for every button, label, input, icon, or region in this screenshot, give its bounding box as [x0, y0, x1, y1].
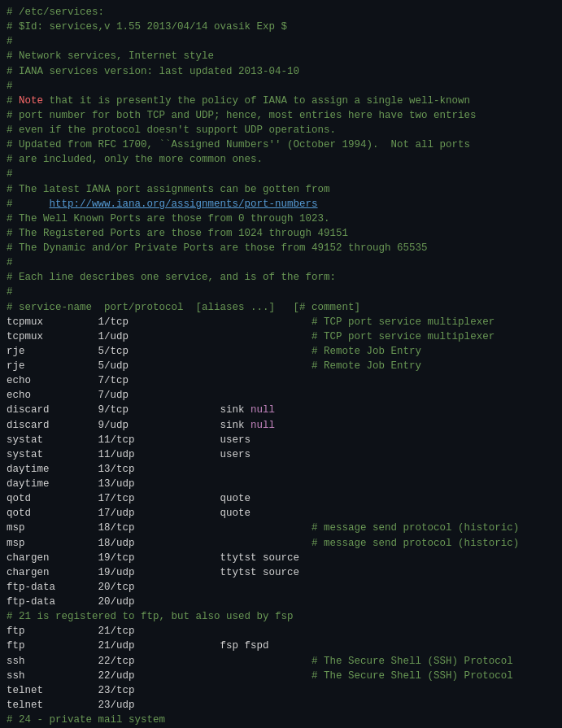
- svc-systat-tcp: systat 11/tcp users: [7, 433, 555, 447]
- svc-ftpdata-tcp: ftp-data 20/tcp: [7, 580, 555, 595]
- fsp-comment: # 21 is registered to ftp, but also used…: [7, 609, 555, 624]
- line-format: # service-name port/protocol [aliases ..…: [7, 300, 555, 315]
- svc-discard-tcp: discard 9/tcp sink null: [7, 403, 555, 417]
- line-18: #: [7, 285, 555, 299]
- svc-msp-udp: msp 18/udp # message send protocol (hist…: [7, 536, 555, 551]
- svc-telnet-tcp: telnet 23/tcp: [7, 683, 555, 698]
- line-7: # port number for both TCP and UDP; henc…: [7, 108, 555, 123]
- svc-tcpmux-udp: tcpmux 1/udp # TCP port service multiple…: [7, 329, 555, 344]
- line-6: #: [7, 79, 555, 94]
- svc-ftp-udp: ftp 21/udp fsp fspd: [7, 639, 555, 653]
- line-10: # are included, only the more common one…: [7, 152, 555, 167]
- svc-qotd-tcp: qotd 17/tcp quote: [7, 491, 555, 506]
- svc-tcpmux-tcp: tcpmux 1/tcp # TCP port service multiple…: [7, 315, 555, 329]
- svc-daytime-tcp: daytime 13/tcp: [7, 462, 555, 477]
- terminal-window: # /etc/services: # $Id: services,v 1.55 …: [0, 0, 562, 728]
- svc-rje-udp: rje 5/udp # Remote Job Entry: [7, 359, 555, 373]
- svc-systat-udp: systat 11/udp users: [7, 447, 555, 462]
- svc-telnet-udp: telnet 23/udp: [7, 698, 555, 713]
- svc-chargen-tcp: chargen 19/tcp ttytst source: [7, 551, 555, 565]
- svc-msp-tcp: msp 18/tcp # message send protocol (hist…: [7, 521, 555, 535]
- line-12: # The latest IANA port assignments can b…: [7, 182, 555, 197]
- line-17: # Each line describes one service, and i…: [7, 270, 555, 285]
- line-url: # http://www.iana.org/assignments/port-n…: [7, 197, 555, 211]
- svc-ssh-tcp: ssh 22/tcp # The Secure Shell (SSH) Prot…: [7, 654, 555, 669]
- svc-ssh-udp: ssh 22/udp # The Secure Shell (SSH) Prot…: [7, 669, 555, 683]
- line-2: # $Id: services,v 1.55 2013/04/14 ovasik…: [7, 20, 555, 34]
- line-5: # IANA services version: last updated 20…: [7, 64, 555, 79]
- svc-chargen-udp: chargen 19/udp ttytst source: [7, 565, 555, 580]
- line-1: # /etc/services:: [7, 5, 555, 20]
- line-15: # The Dynamic and/or Private Ports are t…: [7, 241, 555, 255]
- svc-ftp-tcp: ftp 21/tcp: [7, 624, 555, 639]
- svc-ftpdata-udp: ftp-data 20/udp: [7, 595, 555, 609]
- mail-comment: # 24 - private mail system: [7, 713, 555, 727]
- line-8: # even if the protocol doesn't support U…: [7, 123, 555, 137]
- line-16: #: [7, 255, 555, 270]
- line-4: # Network services, Internet style: [7, 49, 555, 63]
- svc-discard-udp: discard 9/udp sink null: [7, 418, 555, 433]
- line-13: # The Well Known Ports are those from 0 …: [7, 211, 555, 226]
- svc-rje-tcp: rje 5/tcp # Remote Job Entry: [7, 344, 555, 359]
- line-9: # Updated from RFC 1700, ``Assigned Numb…: [7, 137, 555, 152]
- line-3: #: [7, 34, 555, 49]
- svc-echo-udp: echo 7/udp: [7, 388, 555, 403]
- svc-qotd-udp: qotd 17/udp quote: [7, 506, 555, 521]
- line-11: #: [7, 167, 555, 181]
- line-14: # The Registered Ports are those from 10…: [7, 226, 555, 241]
- svc-echo-tcp: echo 7/tcp: [7, 373, 555, 388]
- svc-daytime-udp: daytime 13/udp: [7, 477, 555, 491]
- line-note: # Note that it is presently the policy o…: [7, 94, 555, 108]
